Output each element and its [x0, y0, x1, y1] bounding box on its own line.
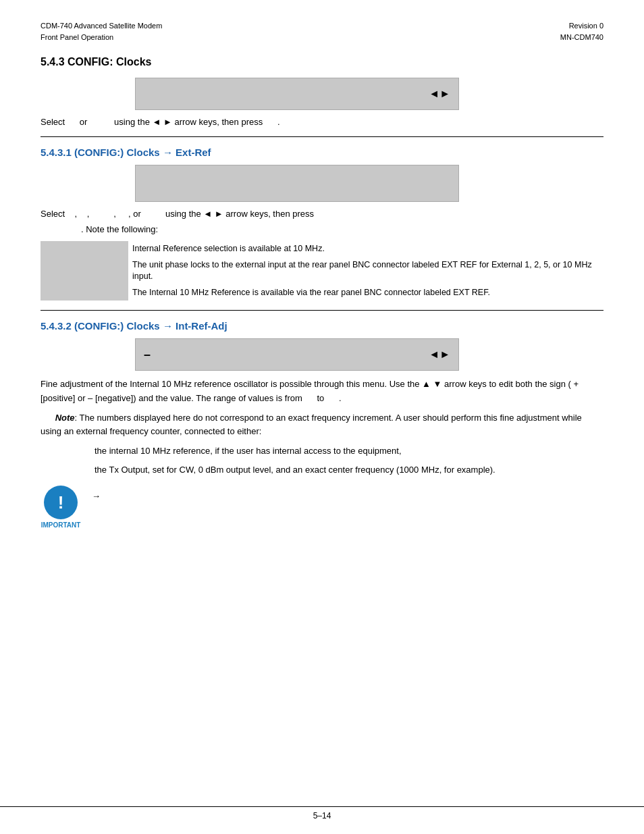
- bullet-2: the Tx Output, set for CW, 0 dBm output …: [95, 463, 603, 477]
- lcd-dash: –: [144, 348, 151, 362]
- important-exclamation: !: [58, 492, 64, 513]
- select-label-543: Select: [41, 117, 65, 127]
- header-revision: Revision 0: [560, 20, 603, 32]
- header-right: Revision 0 MN-CDM740: [560, 20, 603, 43]
- important-icon-container: ! IMPORTANT: [41, 486, 81, 529]
- header-section: Front Panel Operation: [41, 32, 162, 43]
- lcd-arrows-int: ◄►: [429, 348, 450, 361]
- table-cell-label-3: [41, 285, 128, 301]
- lcd-extref: [135, 165, 459, 202]
- table-cell-label-2: [41, 257, 128, 285]
- important-text: →: [92, 486, 101, 503]
- note-label: Note: [55, 413, 75, 423]
- section-5432-title: 5.4.3.2 (CONFIG:) Clocks → Int-Ref-Adj: [41, 320, 603, 332]
- table-row: Internal Reference selection is availabl…: [41, 241, 603, 257]
- intrefadj-note: Note: The numbers displayed here do not …: [41, 411, 603, 440]
- page-header: CDM-740 Advanced Satellite Modem Front P…: [41, 20, 603, 43]
- header-product: CDM-740 Advanced Satellite Modem: [41, 20, 162, 32]
- header-docnum: MN-CDM740: [560, 32, 603, 43]
- table-cell-label-1: [41, 241, 128, 257]
- section-543-title: 5.4.3 CONFIG: Clocks: [41, 56, 603, 68]
- table-row: The Internal 10 MHz Reference is availab…: [41, 285, 603, 301]
- extref-info-table: Internal Reference selection is availabl…: [41, 241, 603, 301]
- important-arrow: →: [92, 491, 101, 501]
- extref-note-following: . Note the following:: [81, 224, 603, 234]
- bullet-1: the internal 10 MHz reference, if the us…: [95, 444, 603, 458]
- divider-1: [41, 136, 603, 137]
- important-circle-icon: !: [44, 486, 78, 519]
- page-footer: 5–14: [0, 806, 644, 820]
- table-cell-text-3: The Internal 10 MHz Reference is availab…: [128, 285, 603, 301]
- lcd-clocks: ◄►: [135, 78, 459, 110]
- intrefadj-body1: Fine adjustment of the Internal 10 MHz r…: [41, 377, 603, 406]
- important-label: IMPORTANT: [41, 521, 81, 529]
- table-cell-text-1: Internal Reference selection is availabl…: [128, 241, 603, 257]
- table-row: The unit phase locks to the external inp…: [41, 257, 603, 285]
- extref-select-line: Select , , , , or using the ◄ ► arrow ke…: [41, 209, 603, 219]
- important-block: ! IMPORTANT →: [41, 486, 603, 529]
- divider-2: [41, 310, 603, 311]
- lcd-arrows: ◄►: [429, 88, 450, 100]
- clocks-select-line: Select or using the ◄ ► arrow keys, then…: [41, 117, 603, 127]
- lcd-intrefadj: – ◄►: [135, 338, 459, 371]
- table-cell-text-2: The unit phase locks to the external inp…: [128, 257, 603, 285]
- header-left: CDM-740 Advanced Satellite Modem Front P…: [41, 20, 162, 43]
- page-number: 5–14: [313, 811, 331, 820]
- section-5431-title: 5.4.3.1 (CONFIG:) Clocks → Ext-Ref: [41, 147, 603, 158]
- page: CDM-740 Advanced Satellite Modem Front P…: [0, 0, 644, 834]
- select-label-5431: Select , , , , or: [41, 209, 165, 219]
